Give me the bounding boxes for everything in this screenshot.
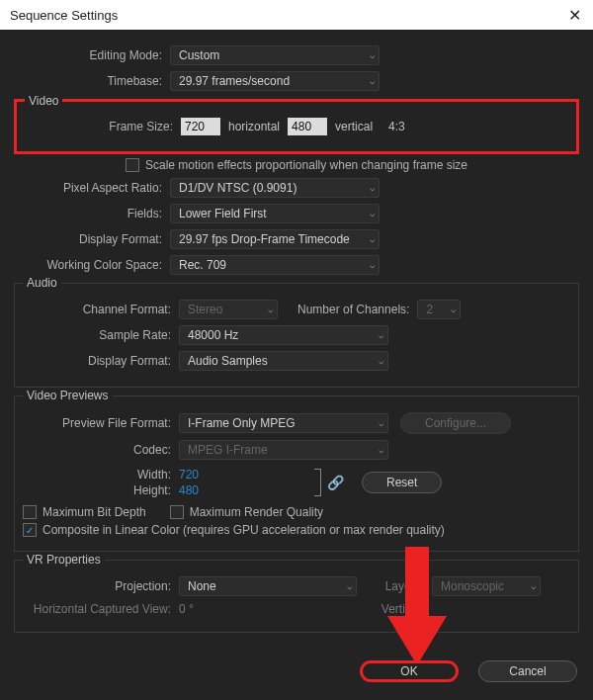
chevron-down-icon: ⌵ [370, 50, 375, 60]
video-display-format-value: 29.97 fps Drop-Frame Timecode [179, 232, 350, 246]
max-bit-depth-label: Maximum Bit Depth [42, 505, 146, 519]
codec-dropdown: MPEG I-Frame ⌵ [179, 440, 388, 460]
editing-mode-label: Editing Mode: [14, 48, 170, 62]
vertical-text: vertical [335, 120, 373, 133]
editing-mode-value: Custom [179, 48, 219, 62]
layout-dropdown: Monoscopic ⌵ [432, 576, 541, 596]
chevron-down-icon: ⌵ [379, 330, 383, 340]
preview-width-label: Width: [23, 468, 179, 481]
channel-format-label: Channel Format: [23, 303, 179, 316]
video-previews-group: Video Previews Preview File Format: I-Fr… [14, 395, 579, 552]
sample-rate-value: 48000 Hz [188, 328, 238, 342]
pff-value: I-Frame Only MPEG [188, 416, 296, 430]
par-value: D1/DV NTSC (0.9091) [179, 181, 296, 195]
fields-label: Fields: [14, 207, 170, 220]
max-bit-depth-checkbox[interactable] [23, 505, 37, 519]
previews-legend: Video Previews [23, 389, 113, 402]
configure-button: Configure... [400, 412, 511, 434]
vr-legend: VR Properties [23, 553, 105, 567]
layout-label: Layout: [384, 579, 424, 593]
horizontal-text: horizontal [228, 120, 280, 133]
sample-rate-dropdown[interactable]: 48000 Hz ⌵ [179, 325, 388, 345]
pff-dropdown[interactable]: I-Frame Only MPEG ⌵ [179, 413, 388, 433]
bracket-icon [315, 469, 321, 496]
close-icon[interactable]: ✕ [564, 6, 585, 25]
video-display-format-label: Display Format: [14, 232, 170, 246]
reset-button[interactable]: Reset [362, 472, 442, 493]
channel-format-value: Stereo [188, 303, 222, 316]
num-channels-dropdown: 2 ⌵ [417, 300, 461, 319]
chevron-down-icon: ⌵ [370, 209, 375, 219]
frame-size-label: Frame Size: [25, 120, 181, 133]
composite-linear-label: Composite in Linear Color (requires GPU … [42, 523, 445, 537]
vr-vertical-label: Vertical: [381, 602, 424, 616]
timebase-label: Timebase: [14, 74, 170, 88]
par-label: Pixel Aspect Ratio: [14, 181, 170, 195]
timebase-value: 29.97 frames/second [179, 74, 290, 88]
num-channels-label: Number of Channels: [297, 303, 409, 316]
scale-effects-label: Scale motion effects proportionally when… [145, 158, 467, 172]
chevron-down-icon: ⌵ [531, 581, 536, 591]
preview-width-value[interactable]: 720 [179, 468, 199, 481]
audio-display-format-label: Display Format: [23, 354, 179, 368]
audio-display-format-value: Audio Samples [188, 354, 268, 368]
vr-group: VR Properties Projection: None ⌵ Layout:… [14, 560, 579, 633]
video-group-highlight: Video Frame Size: 720 horizontal 480 ver… [14, 99, 579, 154]
wcs-value: Rec. 709 [179, 258, 226, 272]
aspect-text: 4:3 [388, 120, 405, 133]
chevron-down-icon: ⌵ [370, 183, 375, 193]
wcs-dropdown[interactable]: Rec. 709 ⌵ [170, 255, 380, 275]
chevron-down-icon: ⌵ [347, 581, 352, 591]
frame-width-input[interactable]: 720 [181, 118, 220, 135]
max-render-quality-checkbox[interactable] [170, 505, 184, 519]
projection-dropdown[interactable]: None ⌵ [179, 576, 357, 596]
chevron-down-icon: ⌵ [268, 305, 273, 314]
wcs-label: Working Color Space: [14, 258, 170, 272]
codec-value: MPEG I-Frame [188, 443, 268, 457]
chevron-down-icon: ⌵ [370, 260, 375, 270]
sample-rate-label: Sample Rate: [23, 328, 179, 342]
max-render-quality-label: Maximum Render Quality [190, 505, 323, 519]
par-dropdown[interactable]: D1/DV NTSC (0.9091) ⌵ [170, 178, 380, 198]
timebase-dropdown[interactable]: 29.97 frames/second ⌵ [170, 71, 380, 91]
audio-group: Audio Channel Format: Stereo ⌵ Number of… [14, 283, 579, 388]
chevron-down-icon: ⌵ [379, 418, 383, 428]
num-channels-value: 2 [426, 303, 433, 316]
link-icon[interactable]: 🔗 [327, 475, 344, 490]
fields-dropdown[interactable]: Lower Field First ⌵ [170, 204, 380, 223]
projection-value: None [188, 579, 216, 593]
layout-value: Monoscopic [441, 579, 504, 593]
hcv-value: 0 ° [179, 602, 194, 616]
frame-height-input[interactable]: 480 [288, 118, 327, 135]
codec-label: Codec: [23, 443, 179, 457]
video-legend: Video [25, 94, 62, 108]
chevron-down-icon: ⌵ [370, 234, 375, 244]
chevron-down-icon: ⌵ [379, 445, 383, 455]
video-display-format-dropdown[interactable]: 29.97 fps Drop-Frame Timecode ⌵ [170, 229, 380, 249]
chevron-down-icon: ⌵ [379, 356, 383, 366]
audio-display-format-dropdown[interactable]: Audio Samples ⌵ [179, 351, 388, 371]
fields-value: Lower Field First [179, 207, 267, 220]
chevron-down-icon: ⌵ [451, 305, 456, 314]
editing-mode-dropdown[interactable]: Custom ⌵ [170, 45, 380, 65]
channel-format-dropdown: Stereo ⌵ [179, 300, 278, 319]
composite-linear-checkbox[interactable] [23, 523, 37, 537]
projection-label: Projection: [23, 579, 179, 593]
audio-legend: Audio [23, 276, 61, 290]
pff-label: Preview File Format: [23, 416, 179, 430]
ok-button[interactable]: OK [360, 660, 459, 682]
hcv-label: Horizontal Captured View: [23, 602, 179, 616]
chevron-down-icon: ⌵ [370, 76, 375, 86]
preview-height-label: Height: [23, 483, 179, 497]
window-title: Sequence Settings [10, 8, 118, 23]
preview-height-value[interactable]: 480 [179, 483, 199, 497]
cancel-button[interactable]: Cancel [478, 660, 577, 682]
scale-effects-checkbox[interactable] [126, 158, 139, 172]
